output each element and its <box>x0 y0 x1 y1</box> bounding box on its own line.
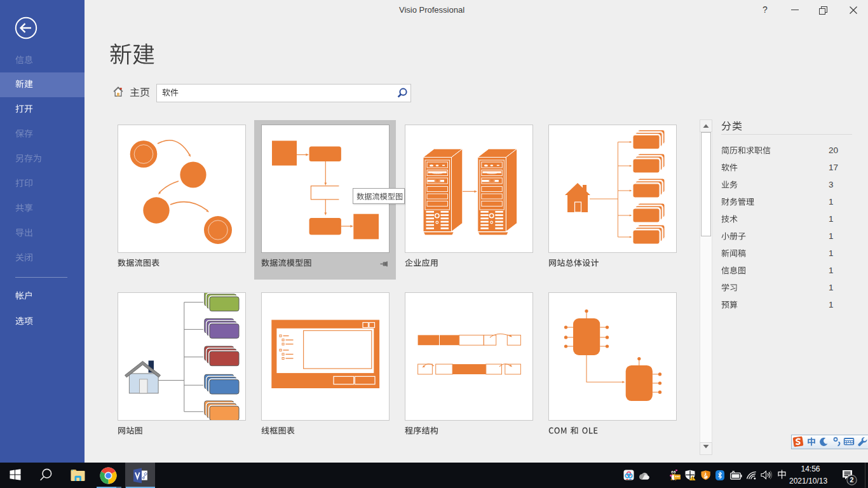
svg-text:2: 2 <box>850 476 854 484</box>
